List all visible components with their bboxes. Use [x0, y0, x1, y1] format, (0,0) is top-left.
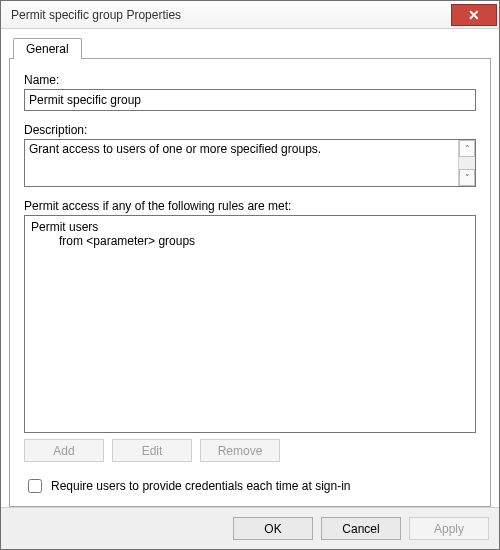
dialog-footer: OK Cancel Apply: [1, 507, 499, 549]
description-field: Grant access to users of one or more spe…: [24, 139, 476, 187]
titlebar: Permit specific group Properties ✕: [1, 1, 499, 29]
tab-general[interactable]: General: [13, 38, 82, 59]
description-input[interactable]: Grant access to users of one or more spe…: [25, 140, 458, 186]
scroll-up-button[interactable]: ˄: [459, 140, 475, 157]
tabstrip: General: [13, 37, 491, 58]
remove-button[interactable]: Remove: [200, 439, 280, 462]
require-credentials-label: Require users to provide credentials eac…: [51, 479, 350, 493]
ok-button[interactable]: OK: [233, 517, 313, 540]
rule-line-1: Permit users: [31, 220, 469, 234]
tab-page-general: Name: Description: Grant access to users…: [9, 58, 491, 507]
rule-line-2: from <parameter> groups: [31, 234, 469, 248]
edit-button[interactable]: Edit: [112, 439, 192, 462]
scroll-down-button[interactable]: ˅: [459, 169, 475, 186]
rules-header-label: Permit access if any of the following ru…: [24, 199, 476, 213]
description-label: Description:: [24, 123, 476, 137]
rule-buttons-row: Add Edit Remove: [24, 439, 476, 462]
apply-button[interactable]: Apply: [409, 517, 489, 540]
chevron-down-icon: ˅: [465, 173, 470, 183]
rules-list[interactable]: Permit users from <parameter> groups: [24, 215, 476, 433]
name-input[interactable]: [24, 89, 476, 111]
description-scrollbar: ˄ ˅: [458, 140, 475, 186]
name-label: Name:: [24, 73, 476, 87]
add-button[interactable]: Add: [24, 439, 104, 462]
require-credentials-row: Require users to provide credentials eac…: [24, 476, 476, 496]
close-icon: ✕: [468, 8, 480, 22]
client-area: General Name: Description: Grant access …: [1, 29, 499, 507]
window-title: Permit specific group Properties: [1, 8, 451, 22]
close-button[interactable]: ✕: [451, 4, 497, 26]
chevron-up-icon: ˄: [465, 144, 470, 154]
require-credentials-checkbox[interactable]: [28, 479, 42, 493]
cancel-button[interactable]: Cancel: [321, 517, 401, 540]
dialog-window: Permit specific group Properties ✕ Gener…: [0, 0, 500, 550]
